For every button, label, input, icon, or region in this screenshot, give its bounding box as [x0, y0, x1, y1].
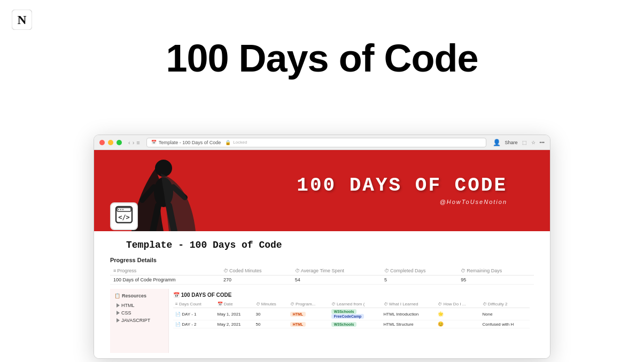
html-tag-2: HTML	[290, 322, 306, 327]
hero-text-block: 100 DAYS OF CODE @HowToUseNotion	[297, 176, 507, 205]
col-coded-minutes: ⏱Coded Minutes	[220, 266, 292, 276]
day-2-learned-from: W3Schools	[329, 320, 382, 328]
bottom-section: 📋 Resources HTML CSS JAVASCRIPT	[110, 289, 534, 353]
table-row: 📄 DAY - 2 May 2, 2021 50 HTML W3Schools	[173, 320, 530, 328]
day-2-what-learned: HTML Structure	[382, 320, 436, 328]
sidebar-item-css[interactable]: CSS	[114, 309, 164, 317]
html-tag: HTML	[290, 312, 306, 317]
window-maximize-button[interactable]	[117, 140, 122, 145]
progress-table: ≡Progress ⏱Coded Minutes ⏱Average Time S…	[110, 266, 534, 285]
day-1-how: 🌟	[436, 308, 480, 320]
progress-avg-time: 54	[292, 276, 381, 285]
collapse-icon-js	[117, 318, 120, 322]
svg-point-12	[122, 209, 123, 210]
progress-completed: 5	[381, 276, 457, 285]
day-2-minutes: 50	[254, 320, 288, 328]
svg-point-3	[155, 160, 172, 177]
locked-label: Locked	[233, 140, 247, 145]
page-body: Template - 100 Days of Code Progress Det…	[94, 231, 550, 358]
day-1-learned-from: W3Schools FreeCodeCamp	[329, 308, 382, 320]
page-icon-symbol: </>	[115, 206, 133, 227]
svg-text:</>: </>	[118, 214, 130, 221]
col-how: ⏱ How Do I ...	[436, 301, 480, 308]
page-content: 100 DAYS OF CODE @HowToUseNotion </> Tem…	[94, 150, 550, 358]
col-program: ⏱ Program...	[288, 301, 329, 308]
notion-logo: N	[12, 10, 32, 30]
nav-back[interactable]: ‹	[128, 139, 130, 146]
col-what-learned: ⏱ What I Learned	[382, 301, 436, 308]
svg-point-10	[118, 209, 119, 210]
address-bar-text: Template - 100 Days of Code	[159, 140, 221, 145]
day-1-what-learned: HTML Introduction	[382, 308, 436, 320]
days-data-section: 📅 100 DAYS OF CODE ≡ Days Count 📅 Date	[169, 289, 534, 353]
progress-name: 100 Days of Code Programm	[110, 276, 220, 285]
col-completed: ⏱Completed Days	[381, 266, 457, 276]
hero-subtitle: @HowToUseNotion	[297, 199, 507, 205]
day-2-difficulty: Confused with H	[480, 320, 530, 328]
main-page-title: 100 Days of Code	[0, 36, 644, 80]
col-remaining: ⏱Remaining Days	[457, 266, 534, 276]
day-2-how: 😊	[436, 320, 480, 328]
sidebar-item-javascript[interactable]: JAVASCRIPT	[114, 317, 164, 324]
w3-tag-2: W3Schools	[331, 322, 357, 327]
calendar-icon: 📅	[151, 140, 157, 145]
col-learned-from: ⏱ Learned from (	[329, 301, 382, 308]
resources-sidebar: 📋 Resources HTML CSS JAVASCRIPT	[110, 289, 169, 353]
col-days-count: ≡ Days Count	[173, 301, 215, 308]
nav-menu[interactable]: ≡	[136, 139, 139, 146]
share-button[interactable]: Share	[505, 140, 518, 145]
more-options-icon[interactable]: •••	[540, 140, 545, 145]
browser-chrome: ‹ › ≡ 📅 Template - 100 Days of Code 🔒 Lo…	[94, 135, 550, 150]
browser-window: ‹ › ≡ 📅 Template - 100 Days of Code 🔒 Lo…	[94, 135, 550, 359]
window-minimize-button[interactable]	[108, 140, 113, 145]
document-title: Template - 100 Days of Code	[126, 240, 534, 250]
action-icon-2[interactable]: ☆	[531, 140, 536, 145]
day-1-difficulty: None	[480, 308, 530, 320]
day-1-minutes: 30	[254, 308, 288, 320]
w3-tag: W3Schools	[331, 309, 357, 314]
col-minutes: ⏱ Minutes	[254, 301, 288, 308]
browser-nav: ‹ › ≡	[128, 139, 140, 146]
fcc-tag: FreeCodeCamp	[331, 314, 364, 319]
day-2-date: May 2, 2021	[215, 320, 254, 328]
day-2-label: 📄 DAY - 2	[173, 320, 215, 328]
user-avatar: 👤	[493, 139, 501, 146]
table-row: 📄 DAY - 1 May 1, 2021 30 HTML W3Schools	[173, 308, 530, 320]
progress-remaining: 95	[457, 276, 534, 285]
svg-text:N: N	[17, 13, 26, 27]
col-difficulty: ⏱ Difficulty 2	[480, 301, 530, 308]
window-close-button[interactable]	[99, 140, 105, 145]
address-bar[interactable]: 📅 Template - 100 Days of Code 🔒 Locked	[146, 138, 486, 147]
col-date: 📅 Date	[215, 301, 254, 308]
day-1-label: 📄 DAY - 1	[173, 308, 215, 320]
resources-label: 📋 Resources	[114, 293, 164, 298]
progress-section-heading: Progress Details	[110, 257, 534, 263]
collapse-icon-css	[117, 311, 120, 315]
day-1-program: HTML	[288, 308, 329, 320]
days-table-title: 📅 100 DAYS OF CODE	[173, 292, 530, 298]
progress-coded-minutes: 270	[220, 276, 292, 285]
action-icon-1[interactable]: ⬚	[522, 140, 527, 145]
browser-actions: 👤 Share ⬚ ☆ •••	[493, 139, 545, 146]
col-avg-time: ⏱Average Time Spent	[292, 266, 381, 276]
day-1-date: May 1, 2021	[215, 308, 254, 320]
days-table: ≡ Days Count 📅 Date ⏱ Minutes ⏱ Program.…	[173, 301, 530, 328]
hero-title: 100 DAYS OF CODE	[297, 176, 507, 195]
col-progress: ≡Progress	[110, 266, 220, 276]
page-icon: </>	[110, 202, 138, 230]
progress-row: 100 Days of Code Programm 270 54 5 95	[110, 276, 534, 285]
lock-icon: 🔒	[225, 140, 231, 145]
collapse-icon-html	[117, 303, 120, 308]
nav-forward[interactable]: ›	[133, 139, 135, 146]
sidebar-item-html[interactable]: HTML	[114, 302, 164, 309]
hero-banner: 100 DAYS OF CODE @HowToUseNotion	[94, 150, 550, 231]
day-2-program: HTML	[288, 320, 329, 328]
svg-point-11	[120, 209, 121, 210]
resources-icon: 📋	[114, 293, 120, 298]
